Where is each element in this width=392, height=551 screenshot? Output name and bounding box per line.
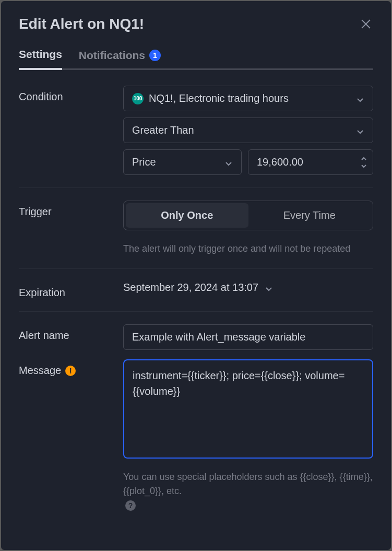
tab-notifications-label: Notifications bbox=[79, 49, 145, 62]
condition-value-input[interactable] bbox=[248, 150, 360, 174]
divider bbox=[19, 311, 373, 312]
dialog-header: Edit Alert on NQ1! bbox=[19, 16, 373, 32]
trigger-label: Trigger bbox=[19, 201, 123, 218]
close-icon bbox=[360, 18, 372, 30]
chevron-down-icon bbox=[356, 126, 364, 135]
notifications-badge: 1 bbox=[149, 50, 161, 61]
close-button[interactable] bbox=[359, 17, 373, 31]
expiration-value-button[interactable]: September 29, 2024 at 13:07 bbox=[123, 282, 373, 294]
trigger-every-time[interactable]: Every Time bbox=[248, 203, 371, 228]
message-helper-text: You can use special placeholders such as… bbox=[123, 470, 373, 498]
condition-type-text: Price bbox=[132, 156, 156, 168]
trigger-toggle: Only Once Every Time bbox=[123, 201, 373, 230]
edit-alert-dialog: Edit Alert on NQ1! Settings Notification… bbox=[1, 1, 391, 550]
condition-value-input-wrapper bbox=[248, 149, 373, 175]
help-icon[interactable]: ? bbox=[125, 500, 136, 511]
alert-name-label: Alert name bbox=[19, 324, 123, 342]
condition-operator-select[interactable]: Greater Than bbox=[123, 118, 373, 143]
expiration-value-text: September 29, 2024 at 13:07 bbox=[123, 282, 258, 294]
message-label-wrap: Message ! bbox=[19, 359, 123, 377]
value-step-down[interactable] bbox=[360, 163, 367, 169]
divider bbox=[19, 268, 373, 269]
trigger-every-time-label: Every Time bbox=[283, 209, 336, 221]
message-textarea[interactable] bbox=[123, 359, 373, 459]
chevron-down-icon bbox=[356, 95, 364, 103]
chevron-down-icon bbox=[265, 284, 273, 292]
condition-type-select[interactable]: Price bbox=[123, 149, 242, 175]
expiration-label: Expiration bbox=[19, 282, 123, 299]
condition-symbol-select[interactable]: 100 NQ1!, Electronic trading hours bbox=[123, 86, 373, 111]
condition-symbol-text: NQ1!, Electronic trading hours bbox=[149, 92, 289, 104]
warning-icon: ! bbox=[65, 366, 76, 376]
tab-settings[interactable]: Settings bbox=[19, 48, 62, 70]
symbol-badge: 100 bbox=[132, 93, 144, 104]
condition-operator-text: Greater Than bbox=[132, 124, 194, 136]
trigger-only-once-label: Only Once bbox=[161, 209, 213, 221]
tabs: Settings Notifications 1 bbox=[19, 48, 373, 70]
tab-notifications[interactable]: Notifications 1 bbox=[79, 48, 161, 70]
divider bbox=[19, 187, 373, 188]
dialog-title: Edit Alert on NQ1! bbox=[19, 16, 144, 32]
expiration-row: Expiration September 29, 2024 at 13:07 bbox=[19, 282, 373, 299]
message-row: Message ! You can use special placeholde… bbox=[19, 359, 373, 511]
message-label: Message bbox=[19, 365, 61, 377]
alert-name-input[interactable] bbox=[123, 324, 373, 350]
condition-row: Condition 100 NQ1!, Electronic trading h… bbox=[19, 86, 373, 175]
message-helper: You can use special placeholders such as… bbox=[123, 470, 373, 511]
condition-label: Condition bbox=[19, 86, 123, 103]
tab-settings-label: Settings bbox=[19, 48, 62, 61]
trigger-row: Trigger Only Once Every Time The alert w… bbox=[19, 201, 373, 256]
trigger-helper: The alert will only trigger once and wil… bbox=[123, 242, 373, 256]
value-step-up[interactable] bbox=[360, 156, 367, 162]
chevron-down-icon bbox=[224, 158, 233, 167]
trigger-only-once[interactable]: Only Once bbox=[126, 203, 248, 228]
alert-name-row: Alert name bbox=[19, 324, 373, 350]
